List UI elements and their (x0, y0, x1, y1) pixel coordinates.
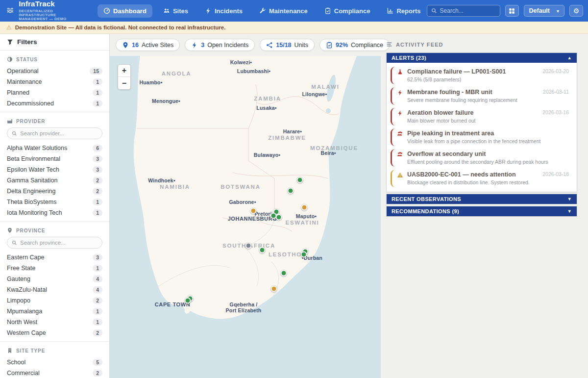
observations-section-bar[interactable]: RECENT OBSERVATIONS ▼ (386, 194, 577, 204)
site-marker-operational[interactable] (297, 177, 303, 183)
filter-item[interactable]: Eastern Cape3 (7, 252, 102, 263)
alert-item[interactable]: Overflow at secondary unitEffluent pooli… (391, 149, 573, 167)
count-badge: 3 (93, 166, 102, 173)
site-marker-operational[interactable] (288, 188, 294, 194)
stat-units[interactable]: 15/18 Units (260, 39, 315, 51)
stat-active-sites[interactable]: 16 Active Sites (116, 39, 180, 51)
status-section-header: STATUS (7, 56, 102, 62)
brand[interactable]: InfraTrack DECENTRALIZED INFRASTRUCTURE … (7, 0, 85, 22)
site-marker-operational[interactable] (259, 247, 266, 253)
filter-item-label: Operational (7, 68, 39, 75)
provider-section-header: PROVIDER (7, 118, 102, 124)
filter-item[interactable]: Delta Engineering2 (7, 186, 102, 197)
search-icon (12, 131, 17, 136)
zoom-out-button[interactable]: − (118, 77, 130, 89)
nav-item-sites[interactable]: Sites (157, 4, 194, 18)
site-marker-maintenance[interactable] (301, 204, 308, 211)
activity-feed-panel: ACTIVITY FEED ALERTS (23) ▲ Compliance f… (381, 34, 588, 378)
gauge-icon (103, 7, 110, 14)
filter-item[interactable]: North West1 (7, 317, 102, 328)
alerts-section-bar[interactable]: ALERTS (23) ▲ (387, 53, 577, 63)
alert-item[interactable]: UASB2000-EC-001 — needs attention2026-03… (391, 170, 573, 187)
alert-title: Membrane fouling - MBR unit (407, 89, 535, 96)
sites-map[interactable]: Kolwezi•Lubumbashi•ANGOLAHuambo•MALAWILi… (110, 56, 381, 378)
users-icon (397, 151, 403, 158)
nav-item-compliance[interactable]: Compliance (318, 4, 376, 18)
filter-item-label: Beta Environmental (7, 155, 60, 162)
count-badge: 3 (93, 254, 102, 261)
alert-date: 2026-03-20 (542, 68, 569, 74)
stat-open-incidents[interactable]: 3 Open Incidents (185, 39, 255, 51)
search-input[interactable] (440, 7, 496, 14)
filter-item[interactable]: Gamma Sanitation2 (7, 175, 102, 186)
site-type-section: SITE TYPE School5Commercial2 (0, 342, 109, 378)
site-marker-operational[interactable] (281, 270, 287, 277)
count-badge: 2 (93, 177, 102, 184)
count-badge: 1 (93, 100, 102, 107)
filter-item[interactable]: Iota Monitoring Tech1 (7, 207, 102, 218)
nav-item-incidents[interactable]: Incidents (199, 4, 248, 18)
layout-grid-button[interactable] (505, 5, 519, 17)
site-marker-operational[interactable] (301, 252, 307, 258)
province-search-input[interactable] (20, 240, 98, 246)
filter-item[interactable]: Gauteng4 (7, 274, 102, 284)
view-select[interactable]: Default ▾ (524, 5, 564, 17)
bolt-icon (205, 7, 212, 14)
filter-item-label: Limpopo (7, 297, 30, 304)
alert-item[interactable]: Compliance failure — LP001-S0012026-03-2… (391, 67, 573, 84)
activity-feed-header: ACTIVITY FEED (386, 41, 577, 48)
filter-item[interactable]: KwaZulu-Natal4 (7, 284, 102, 295)
map-pin-icon (7, 227, 13, 233)
stats-chip-row: 16 Active Sites 3 Open Incidents 15/18 U… (110, 34, 381, 56)
site-marker-maintenance[interactable] (271, 286, 277, 292)
alert-detail: Effluent pooling around the secondary AB… (407, 159, 569, 165)
provider-search-input[interactable] (20, 130, 98, 136)
alert-date: 2026-03-16 (542, 109, 569, 115)
filter-item-label: School (7, 359, 25, 366)
filter-item[interactable]: Theta BioSystems1 (7, 197, 102, 207)
filter-item[interactable]: Operational15 (7, 66, 102, 76)
nav-item-maintenance[interactable]: Maintenance (253, 4, 314, 18)
recommendations-section-bar[interactable]: RECOMMENDATIONS (9) ▼ (386, 206, 577, 217)
site-marker-maintenance[interactable] (250, 208, 257, 214)
filters-sidebar: Filters STATUS Operational15Maintenance1… (0, 34, 110, 378)
filter-item-label: North West (7, 319, 37, 326)
count-badge: 4 (93, 276, 102, 282)
filter-item[interactable]: Western Cape2 (7, 328, 102, 338)
site-marker-operational[interactable] (276, 214, 282, 221)
alert-item[interactable]: Membrane fouling - MBR unit2026-03-11Sev… (391, 87, 573, 105)
filter-item[interactable]: Free State1 (7, 263, 102, 274)
filter-item[interactable]: Limpopo2 (7, 295, 102, 306)
filter-item[interactable]: Beta Environmental3 (7, 153, 102, 164)
count-badge: 4 (93, 286, 102, 293)
nav-item-dashboard[interactable]: Dashboard (98, 4, 152, 18)
site-marker-cluster[interactable] (245, 243, 252, 249)
gear-icon: ⚙ (573, 7, 580, 14)
bolt-icon (397, 110, 403, 117)
alert-detail: Visible leak from a pipe connection in t… (407, 138, 569, 144)
alert-item[interactable]: Aeration blower failure2026-03-16Main bl… (391, 108, 573, 126)
filter-item[interactable]: Commercial2 (7, 368, 102, 378)
filter-item[interactable]: Alpha Water Solutions6 (7, 143, 102, 153)
filter-item[interactable]: Maintenance1 (7, 76, 102, 87)
zoom-in-button[interactable]: + (118, 65, 130, 77)
filter-item-label: Mpumalanga (7, 308, 42, 315)
map-label: JOHANNESBURG (228, 216, 277, 222)
stat-compliance[interactable]: 92% Compliance (319, 39, 390, 51)
filter-item[interactable]: School5 (7, 357, 102, 368)
settings-button[interactable]: ⚙ (569, 5, 583, 17)
site-type-section-header: SITE TYPE (7, 348, 102, 353)
filter-item-label: Gamma Sanitation (7, 177, 58, 184)
filter-item-label: Epsilon Water Tech (7, 166, 59, 173)
filters-header: Filters (0, 34, 109, 50)
map-label: MOZAMBIQUE (310, 145, 358, 151)
alert-item[interactable]: Pipe leaking in treatment areaVisible le… (391, 128, 573, 146)
site-marker-operational[interactable] (185, 298, 191, 304)
filter-item[interactable]: Decommissioned1 (7, 98, 102, 109)
filter-item[interactable]: Epsilon Water Tech3 (7, 164, 102, 175)
map-label: ZIMBABWE (268, 135, 306, 141)
nav-item-reports[interactable]: Reports (381, 4, 426, 18)
map-label: Kolwezi• (230, 59, 252, 65)
filter-item[interactable]: Mpumalanga1 (7, 306, 102, 317)
filter-item[interactable]: Planned1 (7, 87, 102, 98)
